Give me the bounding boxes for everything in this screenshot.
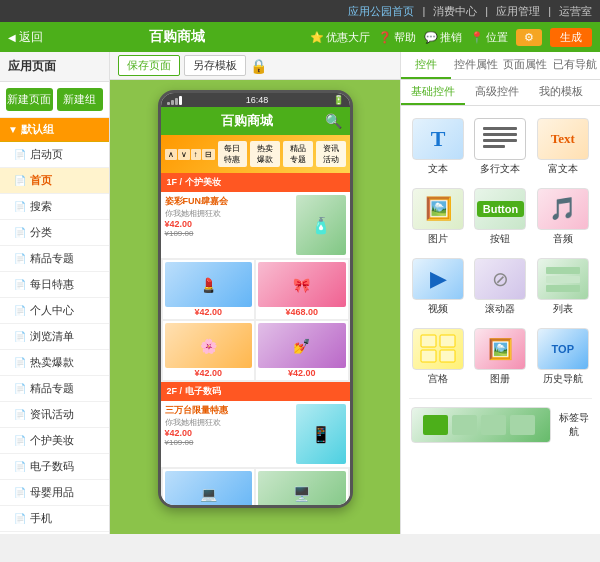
- sidebar-group-label: 默认组: [21, 122, 54, 137]
- new-group-button[interactable]: 新建组: [57, 88, 104, 111]
- svg-rect-6: [546, 285, 580, 292]
- tabnav-widget-row: 标签导航: [401, 399, 600, 451]
- banner-nav-down[interactable]: ∨: [178, 149, 190, 160]
- phone-frame: 16:48 🔋 百购商城 🔍 ∧ ∨ ↑ ⊟: [158, 90, 353, 508]
- widget-slider[interactable]: ⊘ 滚动器: [471, 254, 529, 320]
- multiline-widget-icon: [474, 118, 526, 160]
- widget-audio[interactable]: 🎵 音频: [534, 184, 592, 250]
- widget-button[interactable]: Button 按钮: [471, 184, 529, 250]
- top-nav-app-mgmt[interactable]: 应用管理: [496, 4, 540, 19]
- product-image-2: 🎀: [258, 262, 346, 307]
- top-nav-divider2: |: [485, 5, 488, 17]
- sidebar-item-category[interactable]: 📄 分类: [0, 220, 109, 246]
- widget-grid-item[interactable]: 宫格: [409, 324, 467, 390]
- generate-button[interactable]: 生成: [550, 28, 592, 47]
- save-template-button[interactable]: 另存模板: [184, 55, 246, 76]
- widget-tabnav[interactable]: 标签导航: [409, 403, 592, 447]
- tab-existing-nav[interactable]: 已有导航: [550, 52, 600, 79]
- top-nav-app-park[interactable]: 应用公园首页: [348, 4, 414, 19]
- tab-page-props[interactable]: 页面属性: [501, 52, 551, 79]
- banner-nav-delete[interactable]: ⊟: [202, 149, 215, 160]
- sidebar-item-beauty[interactable]: 📄 个护美妆: [0, 428, 109, 454]
- nav-promotion-hall[interactable]: ⭐ 优惠大厅: [310, 30, 370, 45]
- sidebar-item-search[interactable]: 📄 搜索: [0, 194, 109, 220]
- product-cell-3[interactable]: 🌸 ¥42.00: [163, 321, 255, 380]
- banner-nav-up[interactable]: ∧: [165, 149, 177, 160]
- widget-image[interactable]: 🖼️ 图片: [409, 184, 467, 250]
- svg-rect-4: [546, 267, 580, 274]
- sidebar-item-baby[interactable]: 📄 母婴用品: [0, 480, 109, 506]
- phone-search-icon[interactable]: 🔍: [325, 113, 342, 129]
- sidebar-item-personal[interactable]: 📄 个人中心: [0, 298, 109, 324]
- sub-tab-advanced[interactable]: 高级控件: [465, 80, 529, 105]
- lock-icon[interactable]: 🔒: [250, 58, 267, 74]
- banner-cat-featured[interactable]: 精品专题: [283, 141, 313, 167]
- widget-richtext[interactable]: Text 富文本: [534, 114, 592, 180]
- banner-categories: 每日特惠 热卖爆款 精品专题 资讯活动: [218, 141, 346, 167]
- page-icon-personal: 📄: [14, 305, 26, 316]
- svg-rect-10: [440, 350, 455, 362]
- section-1-main-image: 🧴: [296, 195, 346, 255]
- top-nav-bar: 应用公园首页 | 消费中心 | 应用管理 | 运营室: [0, 0, 600, 22]
- tab-widget-props[interactable]: 控件属性: [451, 52, 501, 79]
- sidebar-item-launch-label: 启动页: [30, 147, 63, 162]
- widget-multiline[interactable]: 多行文本: [471, 114, 529, 180]
- sidebar-btn-row: 新建页面 新建组: [0, 82, 109, 118]
- widget-list[interactable]: 列表: [534, 254, 592, 320]
- audio-widget-icon: 🎵: [537, 188, 589, 230]
- banner-cat-news[interactable]: 资讯活动: [316, 141, 346, 167]
- settings-button[interactable]: ⚙: [516, 29, 542, 46]
- product-cell-4[interactable]: 💅 ¥42.00: [256, 321, 348, 380]
- widget-history[interactable]: TOP 历史导航: [534, 324, 592, 390]
- sidebar-item-phone[interactable]: 📄 手机: [0, 506, 109, 532]
- sidebar-group-default[interactable]: ▼ 默认组: [0, 118, 109, 142]
- banner-nav-upload[interactable]: ↑: [191, 149, 201, 160]
- widget-video[interactable]: ▶ 视频: [409, 254, 467, 320]
- sidebar-item-premium[interactable]: 📄 精品专题: [0, 376, 109, 402]
- nav-location[interactable]: 📍 位置: [470, 30, 508, 45]
- signal-indicator: [167, 96, 182, 105]
- sidebar-item-featured[interactable]: 📄 精品专题: [0, 246, 109, 272]
- widget-text[interactable]: T 文本: [409, 114, 467, 180]
- sidebar-item-home[interactable]: 📄 首页: [0, 168, 109, 194]
- sidebar-item-news[interactable]: 📄 资讯活动: [0, 402, 109, 428]
- top-nav-operations[interactable]: 运营室: [559, 4, 592, 19]
- nav-help[interactable]: ❓ 帮助: [378, 30, 416, 45]
- back-button[interactable]: 返回: [8, 29, 43, 46]
- page-icon-beauty: 📄: [14, 435, 26, 446]
- history-widget-icon: TOP: [537, 328, 589, 370]
- sub-tab-my-templates[interactable]: 我的模板: [529, 80, 593, 105]
- sidebar-item-browse[interactable]: 📄 浏览清单: [0, 324, 109, 350]
- phone-preview-area: 保存页面 另存模板 🔒 16:48 🔋: [110, 52, 400, 534]
- new-page-button[interactable]: 新建页面: [6, 88, 53, 111]
- phone-shop-title: 百购商城: [169, 112, 325, 130]
- richtext-widget-icon: Text: [537, 118, 589, 160]
- product-cell-1[interactable]: 💄 ¥42.00: [163, 260, 255, 319]
- product-cell-2[interactable]: 🎀 ¥468.00: [256, 260, 348, 319]
- product-cell-5[interactable]: 💻 ¥42.00: [163, 469, 255, 505]
- nav-sales[interactable]: 💬 推销: [424, 30, 462, 45]
- tab-widgets[interactable]: 控件: [401, 52, 451, 79]
- sidebar-item-daily[interactable]: 📄 每日特惠: [0, 272, 109, 298]
- svg-rect-12: [452, 415, 477, 435]
- page-icon-daily: 📄: [14, 279, 26, 290]
- banner-nav-controls: ∧ ∨ ↑ ⊟: [165, 149, 215, 160]
- sidebar-item-launch[interactable]: 📄 启动页: [0, 142, 109, 168]
- widget-carousel[interactable]: 🖼️ 图册: [471, 324, 529, 390]
- sidebar-item-featured-label: 精品专题: [30, 251, 74, 266]
- sidebar-item-computer[interactable]: 📄 电脑: [0, 532, 109, 534]
- sub-tab-basic[interactable]: 基础控件: [401, 80, 465, 105]
- section-1-title: 1F / 个护美妆: [161, 173, 350, 192]
- sidebar-item-electronics[interactable]: 📄 电子数码: [0, 454, 109, 480]
- save-page-button[interactable]: 保存页面: [118, 55, 180, 76]
- right-main-tabs: 控件 控件属性 页面属性 已有导航: [401, 52, 600, 80]
- product-cell-6[interactable]: 🖥️ ¥468.00: [256, 469, 348, 505]
- phone-status-bar: 16:48 🔋: [161, 93, 350, 107]
- banner-cat-daily[interactable]: 每日特惠: [218, 141, 248, 167]
- banner-cat-hot[interactable]: 热卖爆款: [250, 141, 280, 167]
- top-nav-consumer[interactable]: 消费中心: [433, 4, 477, 19]
- multiline-widget-label: 多行文本: [480, 162, 520, 176]
- page-icon-prem: 📄: [14, 383, 26, 394]
- sidebar-item-premium-label: 精品专题: [30, 381, 74, 396]
- sidebar-item-hot[interactable]: 📄 热卖爆款: [0, 350, 109, 376]
